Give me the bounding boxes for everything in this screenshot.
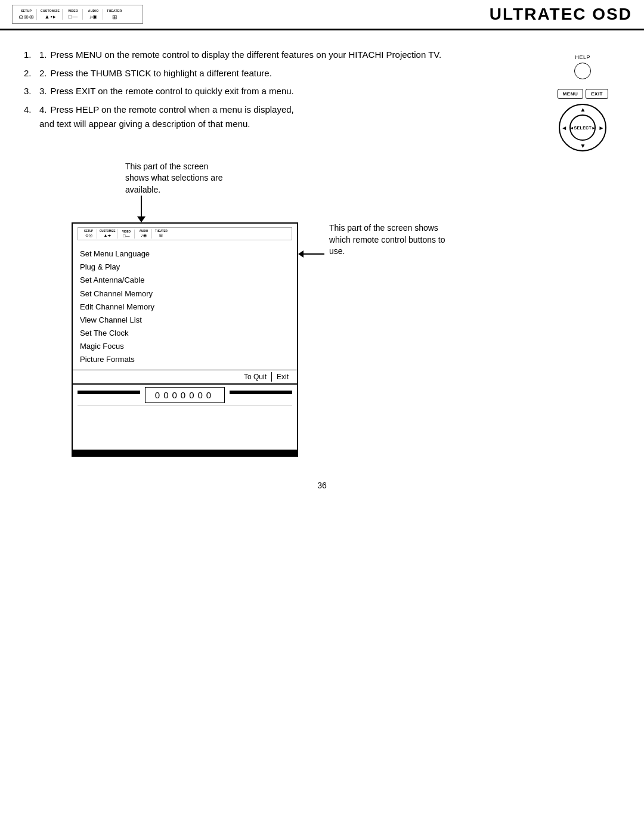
header-tab-audio: AUDIO ♪ ◉ (84, 9, 103, 20)
dpad-container: ▲ ▼ ◄ ► ◄SELECT► (559, 104, 606, 151)
tv-bottom-black-bar (73, 450, 297, 456)
page-header: SETUP ⊙ ◎ ◎ CUSTOMIZE ▲ ▪ ▸ VIDEO □ — (0, 0, 644, 30)
tv-menu-item-6: Set The Clock (80, 327, 290, 340)
header-tab-audio-icons: ♪ ◉ (89, 14, 98, 20)
tv-menu-item-8: Picture Formats (80, 353, 290, 366)
tv-channel-display: 0000000 (145, 387, 225, 403)
tv-channel-row: 0000000 (73, 383, 297, 405)
dpad-left-arrow: ◄ (561, 125, 567, 131)
callout-right-area: This part of the screen shows which remo… (298, 222, 448, 293)
inst-3-number: 3. (39, 85, 47, 98)
tv-tab-customize: CUSTOMIZE ▲▪▸ (98, 229, 117, 239)
arrow-left-line (304, 253, 324, 255)
instruction-1: 1. Press MENU on the remote control to d… (24, 48, 620, 62)
exit-button-icon: EXIT (586, 89, 608, 99)
header-tab-setup-icons: ⊙ ◎ ◎ (18, 14, 34, 20)
callout-top-text: This part of the screen shows what selec… (125, 161, 233, 196)
tv-bottom-bar: To Quit Exit (73, 370, 297, 383)
menu-exit-row: MENU EXIT (558, 89, 608, 99)
instruction-2: 2. Press the THUMB STICK to highlight a … (24, 67, 620, 80)
dpad-down-arrow: ▼ (580, 143, 586, 149)
inst-1-number: 1. (39, 48, 47, 62)
tv-menu-item-7: Magic Focus (80, 340, 290, 353)
callout-right-text: This part of the screen shows which remo… (329, 222, 448, 258)
tv-menu-item-0: Set Menu Language (80, 247, 290, 261)
instruction-4-continuation: and text will appear giving a descriptio… (24, 117, 620, 131)
inst-2-text: Press the THUMB STICK to highlight a dif… (51, 67, 272, 80)
dpad-select-label: ◄SELECT► (569, 126, 596, 130)
tv-quit-label: To Quit (239, 372, 272, 382)
tv-tab-video: VIDEO □— (118, 230, 135, 239)
arrow-head-down (137, 216, 145, 222)
inst-4-number: 4. (39, 103, 47, 117)
header-tab-video-icons: □ — (69, 14, 78, 20)
instructions-column: 1. Press MENU on the remote control to d… (24, 48, 620, 143)
dpad-up-arrow: ▲ (580, 106, 586, 113)
header-tab-setup-label: SETUP (21, 9, 32, 13)
arrow-left-head-icon (298, 250, 304, 258)
tv-tab-setup-label: SETUP (84, 230, 93, 233)
dpad-inner-select: ◄SELECT► (569, 114, 596, 141)
help-button-icon (574, 63, 591, 79)
instruction-3: 3. Press EXIT on the remote control to q… (24, 85, 620, 98)
inst-2-number: 2. (39, 67, 47, 80)
header-tab-theater: THEATER ⊞ (104, 9, 124, 20)
instruction-4: 4. Press HELP on the remote control when… (24, 103, 620, 117)
tv-menu-item-1: Plug & Play (80, 261, 290, 274)
main-content: 1. Press MENU on the remote control to d… (0, 30, 644, 520)
header-tab-setup: SETUP ⊙ ◎ ◎ (16, 9, 37, 20)
header-tab-video: VIDEO □ — (64, 9, 83, 20)
tv-and-callout-row: SETUP ⊙◎ CUSTOMIZE ▲▪▸ VIDEO □— AUDIO ♪◉ (72, 222, 448, 457)
header-tab-customize-icons: ▲ ▪ ▸ (44, 14, 55, 20)
tv-menu-item-4: Edit Channel Memory (80, 301, 290, 314)
help-label: HELP (575, 54, 591, 60)
page-number: 36 (24, 481, 620, 502)
tv-tab-theater-label: THEATER (155, 230, 168, 233)
inst-1-text: Press MENU on the remote control to disp… (51, 48, 442, 62)
tv-tab-customize-label: CUSTOMIZE (100, 230, 115, 233)
inst-4-text: Press HELP on the remote control when a … (51, 103, 294, 117)
tv-screen: SETUP ⊙◎ CUSTOMIZE ▲▪▸ VIDEO □— AUDIO ♪◉ (72, 222, 298, 457)
upper-section: 1. Press MENU on the remote control to d… (24, 48, 620, 143)
lower-section-wrapper: This part of the screen shows what selec… (24, 161, 620, 457)
header-tab-theater-icons: ⊞ (112, 14, 117, 20)
tv-tab-audio-label: AUDIO (140, 230, 148, 233)
tv-menu-item-5: View Channel List (80, 314, 290, 327)
arrow-line-down (141, 196, 142, 216)
tv-tab-setup: SETUP ⊙◎ (80, 229, 97, 239)
header-tab-customize: CUSTOMIZE ▲ ▪ ▸ (38, 9, 63, 20)
menu-button-icon: MENU (558, 89, 584, 99)
header-tab-customize-label: CUSTOMIZE (41, 9, 60, 13)
tv-menu-item-3: Set Channel Memory (80, 287, 290, 301)
instructions-list: 1. Press MENU on the remote control to d… (24, 48, 620, 131)
tv-lower-area (78, 405, 292, 447)
inst-3-text: Press EXIT on the remote control to quic… (51, 85, 294, 98)
tv-tab-theater: THEATER ⊞ (153, 229, 169, 239)
page-title: ULTRATEC OSD (490, 5, 632, 24)
callout-right-arrow (298, 250, 324, 258)
tv-exit-label: Exit (272, 372, 293, 382)
remote-diagram: HELP MENU EXIT ▲ ▼ ◄ ► ◄SELECT► (558, 54, 608, 151)
header-tab-theater-label: THEATER (107, 9, 122, 13)
tv-menu-item-2: Set Antenna/Cable (80, 274, 290, 287)
header-menu-bar: SETUP ⊙ ◎ ◎ CUSTOMIZE ▲ ▪ ▸ VIDEO □ — (12, 5, 143, 24)
tv-menu-bar: SETUP ⊙◎ CUSTOMIZE ▲▪▸ VIDEO □— AUDIO ♪◉ (78, 227, 292, 240)
tv-tab-video-label: VIDEO (122, 230, 131, 233)
tv-menu-items: Set Menu Language Plug & Play Set Antenn… (73, 244, 297, 370)
callout-arrow-down (137, 196, 145, 222)
callout-top-area: This part of the screen shows what selec… (125, 161, 239, 196)
tv-tab-audio: AUDIO ♪◉ (135, 229, 152, 239)
header-tab-video-label: VIDEO (68, 9, 78, 13)
header-tab-audio-label: AUDIO (88, 9, 99, 13)
dpad-right-arrow: ► (598, 125, 604, 131)
